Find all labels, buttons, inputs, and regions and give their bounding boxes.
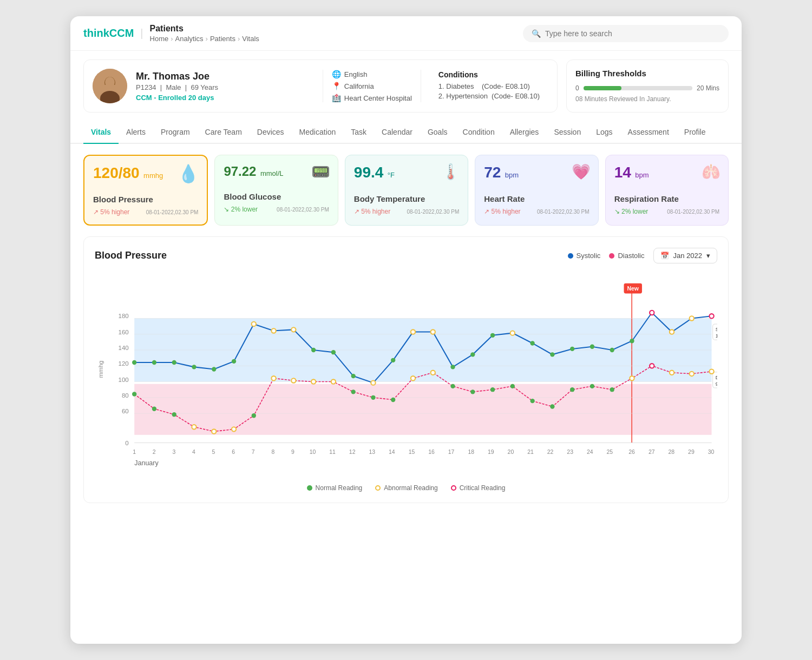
condition-1-name: Diabetes — [446, 82, 474, 90]
patients-label: Patients — [150, 24, 259, 34]
search-input[interactable] — [545, 29, 720, 38]
x-10: 10 — [310, 449, 316, 455]
search-bar[interactable]: 🔍 — [523, 25, 729, 42]
avatar — [93, 69, 127, 103]
patient-card: Mr. Thomas Joe P1234 | Male | 69 Years C… — [83, 60, 558, 113]
vital-card-resp-rate[interactable]: 14 bpm 🫁 Respiration Rate ↘ 2% lower 08-… — [605, 155, 729, 226]
legend-abnormal: Abnormal Reading — [375, 484, 437, 492]
location-item: 📍 California — [332, 82, 412, 90]
systolic-dot-1 — [132, 360, 136, 365]
tab-allergies[interactable]: Allergies — [502, 121, 547, 144]
condition-2-name: Hypertension — [446, 92, 488, 100]
y-label-180: 180 — [119, 313, 129, 319]
diastolic-dot-13 — [371, 395, 375, 400]
bg-trend: ↘ 2% lower — [224, 206, 258, 213]
tab-profile[interactable]: Profile — [677, 121, 713, 144]
rr-trend: ↘ 2% lower — [614, 208, 649, 215]
date-picker[interactable]: 📅 Jan 2022 ▾ — [653, 248, 718, 263]
patient-name: Mr. Thomas Joe — [136, 71, 314, 82]
diastolic-dot-27 — [650, 364, 654, 368]
bp-date: 08-01-2022,02.30 PM — [146, 209, 199, 215]
diastolic-dot-11 — [331, 379, 336, 384]
y-label-140: 140 — [119, 345, 129, 351]
hr-value: 72 bpm — [484, 164, 519, 181]
breadcrumb-vitals[interactable]: Vitals — [242, 35, 259, 43]
systolic-dot-28 — [670, 329, 674, 334]
normal-dot — [307, 485, 312, 491]
patient-section: Mr. Thomas Joe P1234 | Male | 69 Years C… — [70, 51, 742, 121]
bp-value: 120/80 mmhg — [93, 164, 163, 182]
x-axis-label: January — [134, 459, 159, 467]
diastolic-dot-1 — [132, 392, 136, 396]
vital-card-heart-rate[interactable]: 72 bpm 💗 Heart Rate ↗ 5% higher 08-01-20… — [475, 155, 598, 226]
tab-devices[interactable]: Devices — [250, 121, 292, 144]
breadcrumb: Home › Analytics › Patients › Vitals — [150, 35, 259, 43]
chart-svg: New 0 60 80 100 120 140 160 180 mmhg — [95, 272, 717, 478]
tab-vitals[interactable]: Vitals — [83, 121, 119, 144]
x-19: 19 — [488, 449, 494, 455]
tab-program[interactable]: Program — [153, 121, 198, 144]
systolic-dot-20 — [510, 331, 515, 335]
diastolic-dot-17 — [450, 384, 455, 388]
billing-bar-fill — [584, 86, 621, 90]
diastolic-dot-30 — [709, 369, 713, 374]
diastolic-dot-28 — [670, 371, 674, 375]
systolic-dot-17 — [450, 365, 455, 369]
hr-footer: ↗ 5% higher 08-01-2022,02.30 PM — [484, 208, 589, 215]
tab-alerts[interactable]: Alerts — [119, 121, 153, 144]
app-container: thinkCCM | Patients Home › Analytics › P… — [70, 16, 742, 644]
conditions-title: Conditions — [438, 70, 540, 79]
vital-card-body-temp[interactable]: 99.4 °F 🌡️ Body Temperature ↗ 5% higher … — [345, 155, 468, 226]
chart-legend: Systolic Diastolic — [568, 252, 645, 260]
x-23: 23 — [567, 449, 573, 455]
bg-footer: ↘ 2% lower 08-01-2022,02.30 PM — [224, 206, 329, 213]
tab-logs[interactable]: Logs — [588, 121, 620, 144]
diastolic-dot-16 — [431, 371, 435, 375]
y-label-100: 100 — [119, 377, 129, 383]
x-9: 9 — [291, 449, 294, 455]
diastolic-avg-value: 98 avg ↗ — [716, 381, 717, 387]
bt-footer: ↗ 5% higher 08-01-2022,02.30 PM — [354, 208, 459, 215]
tab-assessment[interactable]: Assessment — [620, 121, 677, 144]
systolic-avg-label: Systolic — [716, 327, 717, 333]
header-left: thinkCCM | Patients Home › Analytics › P… — [83, 24, 259, 43]
systolic-dot-6 — [232, 359, 236, 364]
vital-card-blood-glucose[interactable]: 97.22 mmol/L 📟 Blood Glucose ↘ 2% lower … — [214, 155, 338, 226]
rr-date: 08-01-2022,02.30 PM — [667, 209, 719, 215]
diastolic-dot-29 — [690, 372, 694, 376]
systolic-dot-13 — [371, 380, 375, 385]
x-21: 21 — [527, 449, 534, 455]
new-badge-text: New — [627, 286, 639, 292]
tab-session[interactable]: Session — [546, 121, 588, 144]
breadcrumb-patients[interactable]: Patients — [210, 35, 235, 43]
abnormal-label: Abnormal Reading — [384, 484, 437, 492]
tab-medication[interactable]: Medication — [292, 121, 344, 144]
vital-card-blood-pressure[interactable]: 120/80 mmhg 💧 Blood Pressure ↗ 5% higher… — [83, 155, 208, 226]
diastolic-dot-24 — [590, 384, 594, 388]
diastolic-dot-15 — [411, 376, 415, 380]
diastolic-dot-25 — [610, 387, 614, 392]
bp-footer: ↗ 5% higher 08-01-2022,02.30 PM — [93, 208, 198, 216]
systolic-dot-27 — [650, 311, 654, 315]
tab-task[interactable]: Task — [343, 121, 374, 144]
breadcrumb-home[interactable]: Home — [150, 35, 169, 43]
diastolic-dot-23 — [570, 387, 574, 392]
hospital-value: Heart Center Hospital — [344, 94, 412, 102]
diastolic-dot-18 — [470, 390, 475, 394]
tab-condition[interactable]: Condition — [455, 121, 502, 144]
patient-details: 🌐 English 📍 California 🏥 Heart Center Ho… — [323, 70, 421, 102]
condition-1: 1. Diabetes (Code- E08.10) — [438, 82, 540, 90]
x-18: 18 — [468, 449, 474, 455]
systolic-label: Systolic — [577, 252, 601, 260]
tab-goals[interactable]: Goals — [420, 121, 455, 144]
systolic-dot-22 — [550, 352, 554, 357]
svg-rect-4 — [102, 85, 117, 89]
breadcrumb-analytics[interactable]: Analytics — [175, 35, 204, 43]
tab-care-team[interactable]: Care Team — [198, 121, 250, 144]
tab-calendar[interactable]: Calendar — [374, 121, 420, 144]
x-29: 29 — [688, 449, 695, 455]
patient-meta: P1234 | Male | 69 Years — [136, 83, 314, 91]
diastolic-dot-3 — [172, 412, 176, 417]
bt-value: 99.4 °F — [354, 164, 395, 181]
logo: thinkCCM — [83, 27, 134, 39]
